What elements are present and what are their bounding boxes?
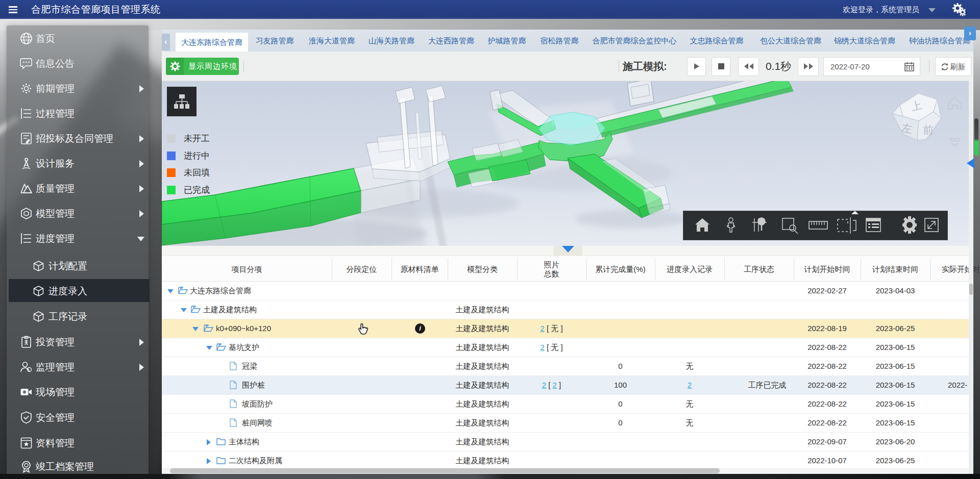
svg-text:左: 左	[900, 121, 913, 135]
svg-text:前: 前	[923, 124, 934, 136]
